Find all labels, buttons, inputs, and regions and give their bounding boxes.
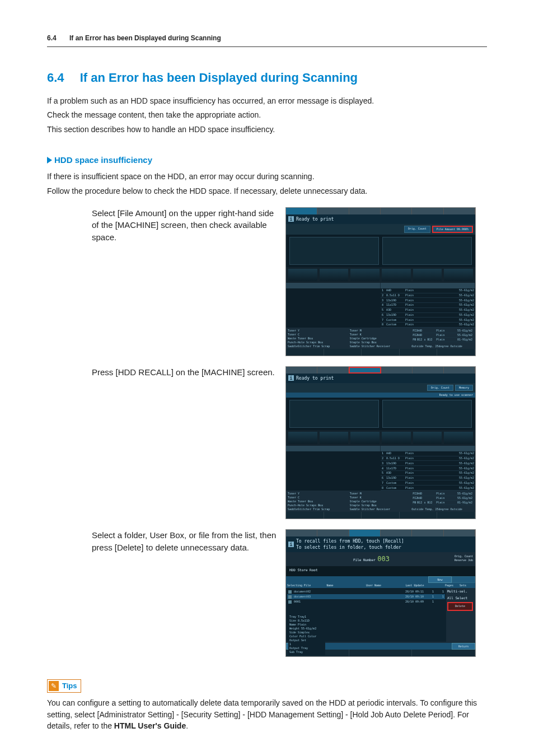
header-section-number: 6.4 [47, 34, 57, 42]
scanner-ready-text: Ready to use scanner [286, 393, 475, 398]
step-1: Select [File Amount] on the upper right-… [47, 207, 487, 356]
step-2-text: Press [HDD RECALL] on the [MACHINE] scre… [47, 366, 277, 379]
intro-paragraph-1: If a problem such as an HDD space insuff… [47, 96, 487, 107]
step-3-text: Select a folder, User Box, or file from … [47, 529, 277, 554]
file-row[interactable]: 000128/10 09:091 [287, 599, 445, 604]
section-number: 6.4 [47, 71, 64, 85]
status-text: Ready to print [296, 375, 334, 381]
new-folder-button[interactable]: New [428, 576, 452, 583]
hdd-recall-file-list-screen: i To recall files from HDD, touch [Recal… [285, 529, 476, 657]
file-list-header: Selecting File Name User Name Last Updat… [286, 583, 475, 588]
all-select-button[interactable]: All Select [447, 596, 474, 600]
orig-count-pill: Orig. Count [404, 226, 430, 233]
step-1-text: Select [File Amount] on the upper right-… [47, 207, 277, 244]
section-heading-text: If an Error has been Displayed during Sc… [80, 71, 358, 85]
file-amount-button[interactable]: File Amount 99.998% [432, 226, 473, 233]
disabled-button [452, 576, 475, 583]
file-detail-panel: Tray Tray1Size 8.5x11D Name PlainWeight … [288, 614, 325, 655]
intro-paragraph-2: Check the message content, then take the… [47, 110, 487, 121]
section-title: 6.4 If an Error has been Displayed durin… [47, 69, 487, 87]
header-section-title: If an Error has been Displayed during Sc… [69, 34, 221, 42]
memory-pill: Memory [455, 385, 473, 391]
file-number-label: File Number [353, 558, 376, 562]
tips-text: You can configure a setting to automatic… [47, 697, 487, 731]
subsection-heading: HDD space insufficiency [47, 154, 487, 166]
tips-label: Tips [62, 681, 77, 691]
tips-badge: ✎ Tips [47, 679, 81, 693]
file-row[interactable]: document0228/10 09:1111 [287, 589, 445, 594]
machine-screen-file-amount: i Ready to print Orig. Count File Amount… [285, 207, 476, 356]
return-button[interactable]: Return [452, 643, 475, 650]
info-icon: i [288, 216, 294, 222]
paper-tray-table-2: 1A4DPlain55-61g/m2 28.5x11 DPlain55-61g/… [381, 451, 475, 491]
machine-screen-hdd-recall: i Ready to print Orig. Count Memory Read… [285, 366, 476, 519]
triangle-bullet-icon [47, 157, 52, 164]
tips-block: ✎ Tips You can configure a setting to au… [47, 679, 487, 731]
hdd-store-root-label: HDD Store Root [286, 566, 475, 574]
multi-select-button[interactable]: Multi-sel. [447, 589, 474, 594]
pin-icon: ✎ [49, 681, 59, 691]
subsection-heading-text: HDD space insufficiency [54, 154, 152, 166]
recall-instruction-2: To select files in folder, touch folder [296, 545, 401, 550]
running-header: 6.4 If an Error has been Displayed durin… [47, 34, 487, 47]
sub-paragraph-1: If there is insufficient space on the HD… [47, 171, 487, 183]
file-number-value: 003 [377, 555, 390, 563]
paper-tray-table: 1A4DPlain55-61g/m2 28.5x11 DPlain55-61g/… [381, 288, 475, 328]
info-icon: i [288, 375, 294, 381]
info-icon: i [288, 542, 294, 547]
recall-instruction-1: To recall files from HDD, touch [Recall] [296, 539, 404, 544]
sub-paragraph-2: Follow the procedure below to check the … [47, 186, 487, 197]
intro-paragraph-3: This section describes how to handle an … [47, 124, 487, 136]
orig-count-pill: Orig. Count [427, 385, 453, 391]
consumable-indicators: Toner YToner C Waste Toner BoxPunch-Hole… [286, 328, 475, 349]
delete-button[interactable]: Delete [447, 602, 473, 611]
step-3: Select a folder, User Box, or file from … [47, 529, 487, 657]
status-text: Ready to print [296, 216, 334, 222]
step-2: Press [HDD RECALL] on the [MACHINE] scre… [47, 366, 487, 519]
hdd-recall-tab[interactable] [349, 367, 382, 374]
file-row[interactable]: document0328/10 09:1011 [287, 594, 445, 599]
